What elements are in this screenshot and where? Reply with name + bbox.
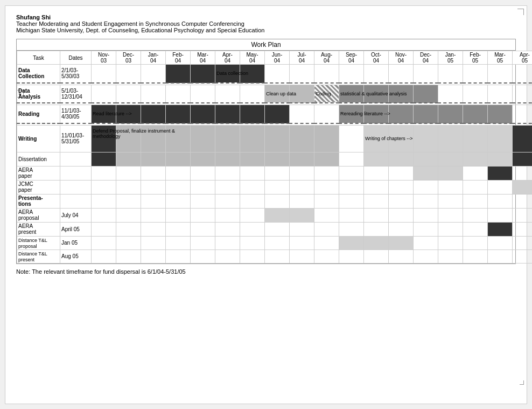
diss-apr04 — [215, 152, 240, 166]
dc-jan04 — [141, 65, 166, 83]
task-dissertation: Dissertation — [17, 152, 60, 166]
col-apr04: Apr-04 — [215, 51, 240, 65]
task-aera-proposal: AERAproposal — [17, 208, 60, 222]
wr-mar05 — [488, 125, 513, 152]
da-mar04 — [191, 85, 215, 103]
rd-reread-label: Rereading literature --> — [340, 111, 390, 116]
col-task-header: Task — [17, 51, 60, 65]
row-data-collection: DataCollection 2/1/03-5/30/03 Data colle… — [17, 65, 533, 83]
diss-apr05 — [513, 152, 533, 166]
col-aug04: Aug-04 — [314, 51, 339, 65]
dc-apr05 — [513, 65, 533, 83]
dates-reading: 11/1/03-4/30/05 — [60, 105, 92, 123]
wr-defend-label: Defend Proposal, finalize instrument &me… — [93, 128, 175, 139]
rd-apr04 — [215, 105, 240, 123]
wr-may04 — [240, 125, 265, 152]
rd-apr05 — [513, 105, 533, 123]
diss-mar04 — [191, 152, 215, 166]
diss-mar05 — [488, 152, 513, 166]
affiliation: Michigan State University, Dept. of Coun… — [16, 27, 516, 33]
wr-nov03: Defend Proposal, finalize instrument &me… — [92, 125, 116, 152]
rd-jun04 — [265, 105, 290, 123]
col-apr05: Apr-05 — [513, 51, 533, 65]
da-stat-label: statistical & qualitative analysis — [340, 91, 407, 96]
dates-jcmc-paper — [60, 180, 92, 194]
aera-p-apr05 — [488, 166, 513, 180]
paper-title: Teacher Moderating and Student Engagemen… — [16, 20, 516, 27]
rd-aug04 — [314, 105, 339, 123]
diss-dec03 — [116, 152, 141, 166]
row-dissertation: Dissertation — [17, 152, 533, 166]
corner-decoration-br — [520, 380, 524, 385]
da-sep04: statistical & qualitative analysis — [339, 85, 364, 103]
rd-mar05 — [488, 105, 513, 123]
rd-read-label: Read literature --> — [93, 111, 132, 116]
header: Shufang Shi Teacher Moderating and Stude… — [16, 14, 516, 33]
diss-jan04 — [141, 152, 166, 166]
gantt-title: Work Plan — [17, 39, 515, 51]
diss-jun04 — [265, 152, 290, 166]
dc-nov04 — [389, 65, 414, 83]
diss-jan05 — [438, 152, 463, 166]
rd-nov04 — [389, 105, 414, 123]
wr-jul04 — [290, 125, 314, 152]
diss-sep04 — [339, 152, 364, 166]
task-reading: Reading — [17, 105, 60, 123]
row-aera-present: AERApresent April 05 — [17, 222, 533, 236]
task-dtl-present: Distance T&Lpresent — [17, 249, 60, 263]
wr-jun04 — [265, 125, 290, 152]
col-mar04: Mar-04 — [191, 51, 215, 65]
diss-dec04 — [414, 152, 438, 166]
note: Note: The relevant timeframe for fund di… — [16, 268, 516, 275]
da-jun04: Clean up data — [265, 85, 290, 103]
da-cleanup-label: Clean up data — [266, 91, 296, 96]
da-feb05 — [463, 85, 488, 103]
wr-apr04 — [215, 125, 240, 152]
rd-feb05 — [463, 105, 488, 123]
dates-aera-paper — [60, 166, 92, 180]
wr-sep04 — [339, 125, 364, 152]
diss-oct04 — [364, 152, 389, 166]
rd-jan04 — [141, 105, 166, 123]
gantt-chart: Work Plan Task Dates — [16, 39, 516, 264]
row-reading: Reading 11/1/03-4/30/05 Read literature … — [17, 105, 533, 123]
dc-nov03 — [92, 65, 116, 83]
col-sep04: Sep-04 — [339, 51, 364, 65]
da-jan04 — [141, 85, 166, 103]
da-feb04 — [166, 85, 191, 103]
da-apr05 — [513, 85, 533, 103]
task-jcmc-paper: JCMCpaper — [17, 180, 60, 194]
dates-data-collection: 2/1/03-5/30/03 — [60, 65, 92, 83]
col-oct04: Oct-04 — [364, 51, 389, 65]
dates-presentations — [60, 194, 92, 208]
col-mar05: Mar-05 — [488, 51, 513, 65]
row-writing: Writing 11/01/03-5/31/05 Defend Proposal… — [17, 125, 533, 152]
row-dtl-proposal: Distance T&Lproposal Jan 05 — [17, 236, 533, 249]
task-writing: Writing — [17, 125, 60, 152]
dc-feb05 — [463, 65, 488, 83]
row-dtl-present: Distance T&Lpresent Aug 05 — [17, 249, 533, 263]
dc-apr04: Data collection — [215, 65, 240, 83]
wr-oct04: Writing of chapters --> — [364, 125, 389, 152]
row-aera-proposal: AERAproposal July 04 — [17, 208, 533, 222]
dc-bar-label: Data collection — [216, 71, 248, 76]
da-coding-label: Coding — [316, 91, 331, 96]
col-feb05: Feb-05 — [463, 51, 488, 65]
wr-jan05 — [438, 125, 463, 152]
dc-sep04 — [339, 65, 364, 83]
rd-feb04 — [166, 105, 191, 123]
dates-aera-proposal: July 04 — [60, 208, 92, 222]
rd-sep04: Rereading literature --> — [339, 105, 364, 123]
rd-jan05 — [438, 105, 463, 123]
col-nov03: Nov-03 — [92, 51, 116, 65]
da-may04 — [240, 85, 265, 103]
dc-mar05 — [488, 65, 513, 83]
col-jan04: Jan-04 — [141, 51, 166, 65]
rd-jul04 — [290, 105, 314, 123]
page: Shufang Shi Teacher Moderating and Stude… — [5, 5, 527, 404]
dc-jan05 — [438, 65, 463, 83]
aera-prop-jun04 — [265, 208, 290, 222]
diss-aug04 — [314, 152, 339, 166]
row-presentations: Presenta-tions — [17, 194, 533, 208]
wr-chapters-label: Writing of chapters --> — [365, 136, 413, 141]
